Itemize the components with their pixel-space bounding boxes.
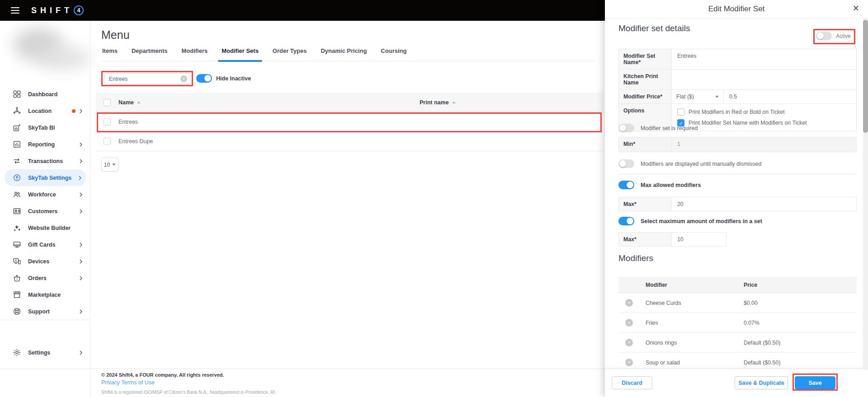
sidebar-item-transactions[interactable]: Transactions bbox=[0, 153, 90, 169]
sidebar-item-support[interactable]: Support bbox=[0, 303, 90, 320]
chevron-right-icon bbox=[78, 208, 84, 215]
sidebar-item-marketplace[interactable]: Marketplace bbox=[0, 286, 90, 303]
modifier-set-form: Modifier Set Name* Entrees Kitchen Print… bbox=[618, 49, 857, 131]
hamburger-menu-icon[interactable] bbox=[11, 5, 19, 15]
modifiers-table-header: Modifier Price bbox=[618, 277, 857, 293]
sidebar-item-website-builder[interactable]: Website Builder bbox=[0, 220, 90, 236]
max-allowed-field[interactable]: 20 bbox=[672, 197, 856, 211]
option-print-set-name: ✓ Print Modifier Set Name with Modifiers… bbox=[677, 119, 851, 126]
modifier-price: $0.00 bbox=[744, 300, 758, 306]
reporting-icon bbox=[13, 140, 21, 149]
devices-icon bbox=[13, 257, 21, 266]
kitchen-print-name-label: Kitchen Print Name bbox=[619, 70, 672, 89]
brand-text: SHIFT bbox=[31, 6, 73, 15]
sidebar-item-reporting[interactable]: Reporting bbox=[0, 136, 90, 153]
form-row-modifier-price: Modifier Price* Flat ($) 0.5 bbox=[619, 89, 856, 103]
displayed-until-dismissed-toggle[interactable] bbox=[618, 159, 634, 168]
page-size-select[interactable]: 10 bbox=[101, 158, 118, 172]
sidebar-item-skytab-settings[interactable]: SkyTab Settings bbox=[5, 169, 86, 186]
price-type-value: Flat ($) bbox=[676, 93, 694, 100]
section-divider bbox=[618, 174, 857, 174]
panel-scrollbar-thumb[interactable] bbox=[863, 20, 868, 133]
column-header-name[interactable]: Name bbox=[118, 99, 141, 106]
topbar: SHIFT 4 bbox=[0, 0, 605, 21]
form-row-kitchen-print-name: Kitchen Print Name bbox=[619, 69, 856, 89]
tab-order-types[interactable]: Order Types bbox=[272, 45, 308, 61]
kitchen-print-name-field[interactable] bbox=[672, 70, 856, 89]
save-button[interactable]: Save bbox=[795, 376, 835, 389]
sidebar-item-dashboard[interactable]: Dashboard bbox=[0, 86, 90, 103]
name-field[interactable]: Entrees bbox=[672, 49, 856, 69]
table-row-entrees[interactable]: Entrees bbox=[96, 112, 604, 132]
select-all-checkbox[interactable] bbox=[104, 99, 111, 106]
modifiers-table: Modifier Price × Cheese Curds $0.00 × Fr… bbox=[618, 277, 857, 373]
sidebar-item-orders[interactable]: Orders bbox=[0, 270, 90, 286]
tab-items[interactable]: Items bbox=[101, 45, 118, 61]
settings-icon bbox=[13, 348, 21, 357]
page-size-value: 10 bbox=[104, 162, 110, 168]
column-header-print-name[interactable]: Print name bbox=[420, 99, 456, 106]
max-allowed-row: Max* 20 bbox=[618, 197, 857, 211]
privacy-terms-link[interactable]: Privacy Terms of Use bbox=[101, 379, 155, 386]
active-toggle[interactable] bbox=[816, 32, 832, 40]
modifier-name: Cheese Curds bbox=[646, 300, 681, 306]
remove-modifier-icon[interactable]: × bbox=[625, 359, 633, 366]
caret-down-icon bbox=[112, 163, 116, 166]
gift-cards-icon bbox=[13, 240, 21, 249]
row-checkbox[interactable] bbox=[104, 118, 111, 126]
panel-scrollbar-track[interactable] bbox=[863, 18, 868, 370]
chevron-right-icon bbox=[78, 258, 84, 265]
select-max-toggle[interactable] bbox=[618, 217, 634, 225]
footer-divider bbox=[91, 369, 605, 369]
tab-departments[interactable]: Departments bbox=[131, 45, 168, 61]
app-root: SHIFT 4 Dashboard Location SkyTab BI bbox=[0, 0, 868, 397]
sidebar-item-settings[interactable]: Settings bbox=[0, 344, 90, 361]
chevron-right-icon bbox=[77, 175, 83, 181]
modifier-name: Fries bbox=[646, 320, 658, 326]
chevron-right-icon bbox=[78, 308, 84, 315]
price-value-field[interactable]: 0.5 bbox=[724, 90, 856, 103]
sidebar-item-gift-cards[interactable]: Gift Cards bbox=[0, 236, 90, 253]
orders-icon bbox=[13, 274, 21, 282]
remove-modifier-icon[interactable]: × bbox=[625, 319, 633, 327]
panel-header: Edit Modifier Set × bbox=[605, 0, 868, 19]
select-max-field[interactable]: 10 bbox=[672, 233, 726, 246]
sidebar-item-customers[interactable]: Customers bbox=[0, 203, 90, 220]
tab-dynamic-pricing[interactable]: Dynamic Pricing bbox=[320, 45, 368, 61]
required-toggle-row: Modifier set is required bbox=[618, 124, 698, 132]
sidebar-item-workforce[interactable]: Workforce bbox=[0, 186, 90, 203]
modifier-required-toggle[interactable] bbox=[618, 124, 634, 132]
search-input[interactable] bbox=[104, 73, 190, 84]
clear-search-icon[interactable]: × bbox=[180, 75, 187, 82]
close-icon[interactable]: × bbox=[853, 2, 859, 14]
active-toggle-control: Active bbox=[816, 32, 851, 40]
remove-modifier-icon[interactable]: × bbox=[625, 339, 633, 346]
max-allowed-toggle[interactable] bbox=[618, 181, 634, 189]
sidebar-item-location[interactable]: Location bbox=[0, 103, 90, 119]
remove-modifier-icon[interactable]: × bbox=[625, 299, 633, 307]
modifier-price: 0.07% bbox=[744, 320, 760, 326]
table-row-entrees-dupe[interactable]: Entrees Dupe bbox=[96, 132, 604, 151]
sidebar-item-devices[interactable]: Devices bbox=[0, 253, 90, 270]
displayed-toggle-row: Modifiers are displayed until manually d… bbox=[618, 159, 761, 168]
min-field[interactable]: 1 bbox=[672, 137, 856, 152]
discard-button[interactable]: Discard bbox=[612, 376, 652, 389]
hide-inactive-toggle[interactable] bbox=[196, 74, 212, 83]
sidebar-item-skytab-bi[interactable]: SkyTab BI bbox=[0, 119, 90, 136]
select-max-toggle-row: Select maximum amount of modifiers in a … bbox=[618, 217, 762, 225]
customers-icon bbox=[13, 207, 21, 215]
min-row: Min* 1 bbox=[618, 137, 857, 152]
tab-modifiers[interactable]: Modifiers bbox=[180, 45, 208, 61]
tab-modifier-sets[interactable]: Modifier Sets bbox=[221, 45, 259, 61]
form-row-name: Modifier Set Name* Entrees bbox=[619, 49, 856, 69]
row-checkbox[interactable] bbox=[104, 138, 111, 145]
panel-title: Edit Modifier Set bbox=[605, 5, 868, 14]
price-type-select[interactable]: Flat ($) bbox=[672, 90, 724, 103]
save-duplicate-button[interactable]: Save & Duplicate bbox=[735, 376, 788, 389]
panel-footer: Discard Save & Duplicate Save bbox=[605, 369, 868, 397]
tab-coursing[interactable]: Coursing bbox=[380, 45, 407, 61]
cell-name: Entrees Dupe bbox=[118, 138, 153, 145]
modifier-row-cheese-curds: × Cheese Curds $0.00 bbox=[618, 293, 857, 313]
sort-asc-icon bbox=[452, 101, 456, 103]
print-red-bold-checkbox[interactable] bbox=[677, 108, 684, 116]
